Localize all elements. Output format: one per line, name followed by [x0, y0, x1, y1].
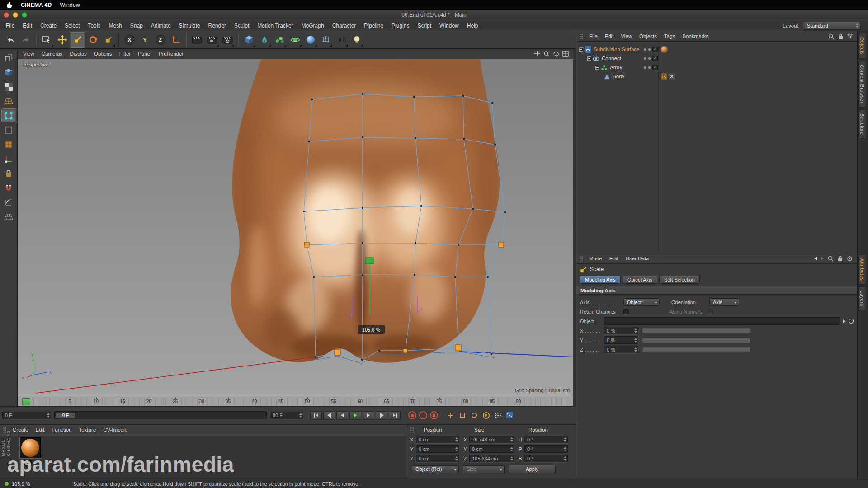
size-z-field[interactable]: 105.634 cm — [469, 455, 514, 462]
menu-item[interactable]: Pipeline — [360, 21, 387, 30]
history-back-icon[interactable] — [814, 257, 817, 260]
spinner-arrows-icon[interactable] — [632, 338, 637, 343]
object-label[interactable]: Connect — [602, 56, 621, 61]
position-x-field[interactable]: 0 cm — [416, 436, 459, 443]
enable-check-icon[interactable] — [652, 47, 658, 52]
pen-tool-button[interactable] — [257, 33, 272, 47]
panel-grip-icon[interactable] — [579, 256, 583, 262]
material-menu-item[interactable]: CV-Import — [99, 426, 130, 433]
menu-item[interactable]: Animate — [147, 21, 175, 30]
object-manager-menu-item[interactable]: Bookmarks — [679, 33, 712, 40]
timeline-slider[interactable]: 0 F — [54, 411, 267, 419]
menu-item[interactable]: Sculpt — [230, 21, 253, 30]
goto-start-button[interactable] — [310, 411, 322, 420]
menu-item[interactable]: Motion Tracker — [253, 21, 297, 30]
menu-item[interactable]: Select — [61, 21, 84, 30]
scale-tool-button[interactable] — [70, 33, 85, 47]
viewport-menu-item[interactable]: Filter — [116, 50, 135, 57]
rotation-b-field[interactable]: 0 ° — [524, 455, 568, 462]
scale-handle[interactable] — [366, 258, 373, 264]
current-frame-field[interactable]: 0 F — [2, 412, 51, 419]
previous-frame-button[interactable] — [336, 411, 348, 420]
lock-x-axis-button[interactable]: X — [122, 33, 137, 47]
search-icon[interactable] — [828, 33, 834, 39]
apple-logo-icon[interactable] — [6, 2, 13, 9]
retain-changes-checkbox[interactable] — [623, 309, 629, 314]
attribute-menu-item[interactable]: User Data — [622, 255, 653, 262]
menu-item[interactable]: Simulate — [175, 21, 204, 30]
make-editable-button[interactable] — [2, 51, 16, 64]
play-button[interactable] — [349, 411, 361, 420]
axis-dropdown[interactable]: Object — [623, 298, 660, 306]
menu-item[interactable]: Help — [463, 21, 482, 30]
render-picture-viewer-button[interactable] — [205, 33, 220, 47]
panel-side-tab[interactable]: Structure — [858, 109, 866, 139]
perspective-viewport[interactable]: ViewCamerasDisplayOptionsFilterPanelProR… — [18, 49, 573, 397]
viewport-canvas[interactable]: Y Z x — [18, 49, 573, 397]
rotate-tool-button[interactable] — [85, 33, 100, 47]
zoom-window-button[interactable] — [22, 12, 27, 18]
lock-y-axis-button[interactable]: Y — [137, 33, 152, 47]
y-value-field[interactable]: 0 % — [604, 336, 638, 344]
object-label[interactable]: Body — [613, 74, 624, 79]
snap-button[interactable] — [2, 181, 16, 194]
editor-visibility-dot[interactable] — [643, 66, 646, 69]
layout-dropdown[interactable]: Standard — [803, 22, 861, 30]
object-manager-menu-item[interactable]: Objects — [636, 33, 660, 40]
viewport-menu-item[interactable]: ProRender — [155, 50, 188, 57]
key-scale-toggle[interactable] — [458, 411, 467, 420]
simulate-menu-button[interactable] — [303, 33, 318, 47]
timeline-window-button[interactable] — [505, 411, 514, 420]
panel-side-tab[interactable]: Content Browser — [858, 61, 866, 108]
lock-axis-button[interactable] — [2, 167, 16, 180]
coordinate-mode-dropdown[interactable]: Object (Rel) — [412, 465, 459, 473]
enable-check-icon[interactable] — [652, 56, 658, 61]
key-rotation-toggle[interactable] — [469, 411, 479, 420]
goto-end-button[interactable] — [389, 411, 401, 420]
menu-item[interactable]: Tools — [84, 21, 104, 30]
size-mode-dropdown[interactable]: Size — [463, 465, 505, 473]
collapse-icon[interactable] — [595, 66, 599, 70]
material-menu-item[interactable]: Texture — [75, 426, 99, 433]
menu-item[interactable]: File — [2, 21, 19, 30]
size-y-field[interactable]: 0 cm — [469, 445, 514, 453]
edges-mode-button[interactable] — [2, 123, 16, 136]
quantize-button[interactable] — [2, 196, 16, 209]
attribute-menu-item[interactable]: Edit — [606, 255, 622, 262]
x-slider[interactable] — [642, 328, 750, 333]
pick-object-icon[interactable] — [848, 318, 854, 324]
undo-button[interactable] — [3, 33, 18, 47]
selection-tag-icon[interactable] — [661, 73, 667, 80]
workplane-mode-button[interactable] — [2, 94, 16, 108]
collapse-icon[interactable] — [587, 56, 591, 61]
orientation-dropdown[interactable]: Axis — [709, 298, 739, 306]
lock-icon[interactable] — [838, 256, 843, 262]
material-menu-item[interactable]: Function — [48, 426, 75, 433]
menu-item[interactable]: Plugins — [387, 21, 413, 30]
apply-button[interactable]: Apply — [509, 465, 556, 473]
dynamics-menu-button[interactable] — [288, 33, 302, 47]
light-menu-button[interactable] — [349, 33, 364, 47]
object-label[interactable]: Subdivision Surface — [594, 47, 640, 52]
redo-button[interactable] — [18, 33, 33, 47]
points-mode-button[interactable] — [2, 109, 16, 122]
editor-visibility-dot[interactable] — [643, 48, 646, 51]
material-menu-item[interactable]: Edit — [32, 426, 48, 433]
enable-check-icon[interactable] — [652, 65, 658, 70]
lock-icon[interactable] — [838, 33, 843, 39]
minimize-window-button[interactable] — [13, 12, 18, 18]
model-mode-button[interactable] — [2, 66, 16, 79]
link-picker-icon[interactable] — [843, 319, 846, 323]
spinner-arrows-icon[interactable] — [632, 328, 637, 333]
focus-icon[interactable] — [847, 256, 853, 262]
menu-item[interactable]: Window — [435, 21, 463, 30]
tab-object-axis[interactable]: Object Axis — [623, 276, 657, 284]
next-frame-button[interactable] — [363, 411, 374, 420]
rotation-h-field[interactable]: 0 ° — [524, 436, 568, 443]
key-parameter-toggle[interactable] — [481, 411, 491, 420]
y-slider[interactable] — [642, 337, 750, 343]
tab-modeling-axis[interactable]: Modeling Axis — [580, 276, 621, 284]
panel-side-tab[interactable]: Objects — [858, 33, 866, 59]
material-menu-item[interactable]: Create — [9, 426, 32, 433]
app-menu-title[interactable]: CINEMA 4D — [21, 2, 52, 8]
